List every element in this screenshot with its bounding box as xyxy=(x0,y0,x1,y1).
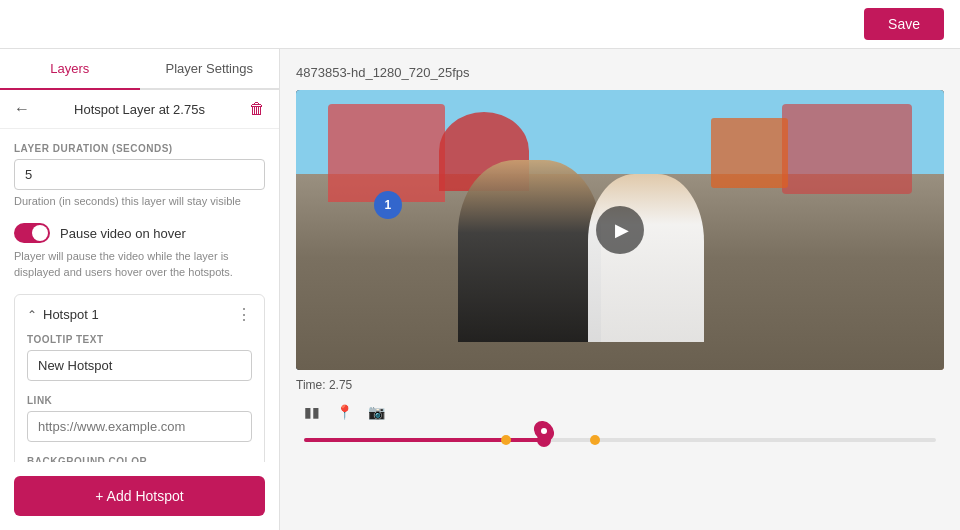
panel-header-title: Hotspot Layer at 2.75s xyxy=(30,102,249,117)
hotspot-timeline-marker[interactable] xyxy=(535,420,553,442)
timeline-yellow-dot-1 xyxy=(501,435,511,445)
panel-body: LAYER DURATION (SECONDS) Duration (in se… xyxy=(0,129,279,462)
time-display: Time: 2.75 xyxy=(296,378,944,392)
back-button[interactable]: ← xyxy=(14,100,30,118)
tooltip-label: TOOLTIP TEXT xyxy=(27,334,252,345)
add-hotspot-button[interactable]: + Add Hotspot xyxy=(14,476,265,516)
tab-layers[interactable]: Layers xyxy=(0,49,140,90)
pause-video-row: Pause video on hover xyxy=(14,223,265,243)
link-section: LINK xyxy=(27,395,252,442)
right-panel: 4873853-hd_1280_720_25fps 1 xyxy=(280,49,960,530)
timeline-row xyxy=(296,430,944,450)
tabs-row: Layers Player Settings xyxy=(0,49,279,90)
tooltip-input[interactable] xyxy=(27,350,252,381)
video-container: 1 ▶ xyxy=(296,90,944,370)
hotspot-marker[interactable]: 1 xyxy=(374,191,402,219)
add-media-icon[interactable]: ▮▮ xyxy=(298,398,326,426)
chevron-up-icon: ⌃ xyxy=(27,308,37,322)
hotspot-header-left: ⌃ Hotspot 1 xyxy=(27,307,99,322)
layer-duration-hint: Duration (in seconds) this layer will st… xyxy=(14,194,265,209)
main-layout: Layers Player Settings ← Hotspot Layer a… xyxy=(0,49,960,530)
marker-pin-dot xyxy=(541,428,547,434)
timeline-icons: ▮▮ 📍 📷 xyxy=(296,398,944,426)
hotspot-number: 1 xyxy=(384,198,391,212)
more-options-icon[interactable]: ⋮ xyxy=(236,305,252,324)
camera-icon[interactable]: 📷 xyxy=(362,398,390,426)
layer-duration-label: LAYER DURATION (SECONDS) xyxy=(14,143,265,154)
link-label: LINK xyxy=(27,395,252,406)
hotspot-item-header[interactable]: ⌃ Hotspot 1 ⋮ xyxy=(15,295,264,334)
hotspot-item: ⌃ Hotspot 1 ⋮ TOOLTIP TEXT LINK xyxy=(14,294,265,462)
video-bg: 1 ▶ xyxy=(296,90,944,370)
layer-duration-input[interactable] xyxy=(14,159,265,190)
timeline-yellow-dot-2 xyxy=(590,435,600,445)
pause-video-label: Pause video on hover xyxy=(60,226,186,241)
top-bar: Save xyxy=(0,0,960,49)
play-icon: ▶ xyxy=(615,219,629,241)
play-button[interactable]: ▶ xyxy=(596,206,644,254)
tab-player-settings[interactable]: Player Settings xyxy=(140,49,280,90)
pause-video-hint: Player will pause the video while the la… xyxy=(14,249,265,280)
save-button[interactable]: Save xyxy=(864,8,944,40)
pause-video-section: Pause video on hover Player will pause t… xyxy=(14,223,265,280)
panel-header: ← Hotspot Layer at 2.75s 🗑 xyxy=(0,90,279,129)
bg-color-section: BACKGROUND COLOR Custom #0C80DFA6 xyxy=(27,456,252,462)
hotspot-fields: TOOLTIP TEXT LINK BACKGROUND COLOR Custo… xyxy=(15,334,264,462)
toggle-knob xyxy=(32,225,48,241)
hotspot-name: Hotspot 1 xyxy=(43,307,99,322)
layer-duration-section: LAYER DURATION (SECONDS) Duration (in se… xyxy=(14,143,265,209)
pause-video-toggle[interactable] xyxy=(14,223,50,243)
bg-color-label: BACKGROUND COLOR xyxy=(27,456,252,462)
delete-layer-button[interactable]: 🗑 xyxy=(249,100,265,118)
tooltip-section: TOOLTIP TEXT xyxy=(27,334,252,381)
link-input[interactable] xyxy=(27,411,252,442)
timeline-track[interactable] xyxy=(304,438,936,442)
left-panel: Layers Player Settings ← Hotspot Layer a… xyxy=(0,49,280,530)
video-title: 4873853-hd_1280_720_25fps xyxy=(296,65,944,80)
hotspot-pin-icon[interactable]: 📍 xyxy=(330,398,358,426)
